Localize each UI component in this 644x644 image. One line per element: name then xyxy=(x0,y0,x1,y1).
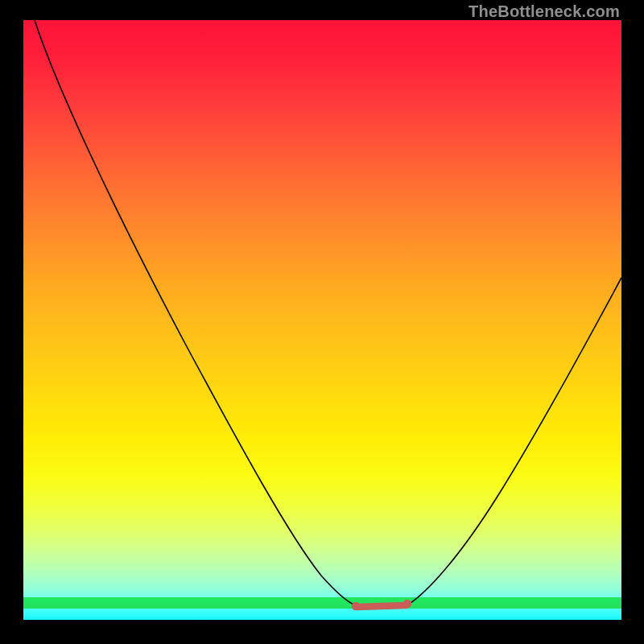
curve-left-branch xyxy=(35,20,356,605)
valley-left-dot xyxy=(352,602,360,610)
chart-frame: TheBottleneck.com xyxy=(0,0,644,644)
curve-layer xyxy=(23,20,621,620)
valley-highlight-segment xyxy=(357,605,406,607)
plot-area xyxy=(23,20,621,620)
watermark-text: TheBottleneck.com xyxy=(469,2,620,21)
curve-right-branch xyxy=(408,278,621,605)
valley-right-dot xyxy=(403,600,411,608)
